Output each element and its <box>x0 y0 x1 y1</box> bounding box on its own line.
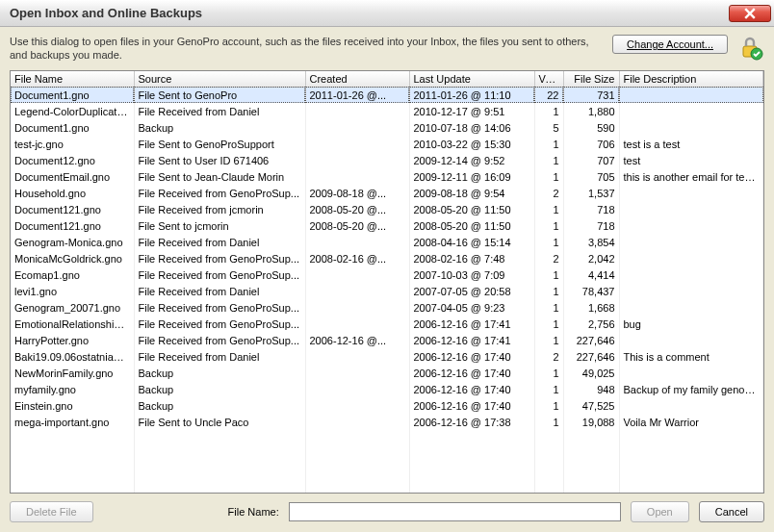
table-row[interactable]: myfamily.gnoBackup2006-12-16 @ 17:401948… <box>11 381 763 397</box>
cell-filename: Legend-ColorDuplicates.... <box>11 103 134 119</box>
cell-filename: Einstein.gno <box>11 397 134 414</box>
cell-created <box>305 463 409 479</box>
table-row[interactable]: MonicaMcGoldrick.gnoFile Received from G… <box>11 250 763 266</box>
cell-last-update <box>409 446 534 463</box>
cell-desc <box>619 479 763 494</box>
cell-size: 1,537 <box>563 185 619 201</box>
cell-filename: HarryPotter.gno <box>11 332 134 348</box>
cell-last-update: 2006-12-16 @ 17:41 <box>409 332 534 348</box>
cell-size: 1,880 <box>563 103 619 119</box>
cell-filename: myfamily.gno <box>11 381 134 397</box>
cell-source: File Sent to jcmorin <box>134 217 305 234</box>
cell-version: 1 <box>534 152 563 168</box>
cell-created: 2008-02-16 @... <box>305 250 409 266</box>
table-row[interactable]: Baki19.09.06ostatniaWe...File Received f… <box>11 348 763 365</box>
table-row[interactable]: NewMorinFamily.gnoBackup2006-12-16 @ 17:… <box>11 365 763 381</box>
col-file-size[interactable]: File Size <box>563 71 619 88</box>
cell-version: 1 <box>534 283 563 299</box>
change-account-button[interactable]: Change Account... <box>612 35 728 54</box>
cell-filename: MonicaMcGoldrick.gno <box>11 250 134 266</box>
table-row[interactable]: Document12.gnoFile Sent to User ID 67140… <box>11 152 763 168</box>
cell-size: 2,042 <box>563 250 619 266</box>
window-title: Open Inbox and Online Backups <box>10 6 202 20</box>
col-file-desc[interactable]: File Description <box>619 71 763 88</box>
table-row[interactable]: mega-important.gnoFile Sent to Uncle Pac… <box>11 414 763 430</box>
filename-input[interactable] <box>289 502 621 521</box>
table-row[interactable] <box>11 430 763 446</box>
cell-filename: Document121.gno <box>11 217 134 234</box>
open-button[interactable]: Open <box>631 501 689 522</box>
cell-last-update: 2007-10-03 @ 7:09 <box>409 266 534 283</box>
cell-created: 2009-08-18 @... <box>305 185 409 201</box>
col-filename[interactable]: File Name <box>11 71 134 88</box>
cell-filename <box>11 446 134 463</box>
table-row[interactable]: Legend-ColorDuplicates....File Received … <box>11 103 763 119</box>
cell-version: 1 <box>534 381 563 397</box>
cell-size <box>563 430 619 446</box>
table-header-row[interactable]: File Name Source Created Last Update Ver… <box>11 71 763 88</box>
cell-desc: test is a test <box>619 136 763 152</box>
table-row[interactable]: Document1.gnoFile Sent to GenoPro2011-01… <box>11 87 763 103</box>
instruction-text: Use this dialog to open files in your Ge… <box>10 35 603 63</box>
cell-created <box>305 266 409 283</box>
cell-size: 718 <box>563 217 619 234</box>
cell-desc <box>619 119 763 136</box>
cell-last-update: 2006-12-16 @ 17:41 <box>409 316 534 332</box>
cell-source: Backup <box>134 381 305 397</box>
lock-icon <box>737 35 764 62</box>
cell-last-update: 2008-02-16 @ 7:48 <box>409 250 534 266</box>
table-row[interactable]: Genogram_20071.gnoFile Received from Gen… <box>11 299 763 316</box>
cell-desc <box>619 299 763 316</box>
cell-source: Backup <box>134 119 305 136</box>
cell-filename <box>11 479 134 494</box>
table-row[interactable]: Einstein.gnoBackup2006-12-16 @ 17:40147,… <box>11 397 763 414</box>
cell-desc: test <box>619 152 763 168</box>
cell-size: 2,756 <box>563 316 619 332</box>
cell-created <box>305 365 409 381</box>
cell-filename: Document1.gno <box>11 119 134 136</box>
cell-desc <box>619 283 763 299</box>
table-row[interactable] <box>11 463 763 479</box>
cell-version: 1 <box>534 332 563 348</box>
table-row[interactable]: Document121.gnoFile Received from jcmori… <box>11 201 763 217</box>
table-row[interactable]: Household.gnoFile Received from GenoProS… <box>11 185 763 201</box>
col-version[interactable]: Ver... <box>534 71 563 88</box>
cell-version: 1 <box>534 397 563 414</box>
bottom-bar: Delete File File Name: Open Cancel <box>0 494 774 530</box>
cancel-button[interactable]: Cancel <box>699 501 764 522</box>
table-row[interactable]: EmotionalRelationship.gnoFile Received f… <box>11 316 763 332</box>
cell-source: File Received from GenoProSup... <box>134 316 305 332</box>
file-table[interactable]: File Name Source Created Last Update Ver… <box>10 70 764 494</box>
table-row[interactable]: Document1.gnoBackup2010-07-18 @ 14:06559… <box>11 119 763 136</box>
table-row[interactable]: HarryPotter.gnoFile Received from GenoPr… <box>11 332 763 348</box>
table-row[interactable] <box>11 446 763 463</box>
col-created[interactable]: Created <box>305 71 409 88</box>
table-row[interactable]: Ecomap1.gnoFile Received from GenoProSup… <box>11 266 763 283</box>
cell-created: 2008-05-20 @... <box>305 217 409 234</box>
table-row[interactable]: DocumentEmail.gnoFile Sent to Jean-Claud… <box>11 168 763 185</box>
col-source[interactable]: Source <box>134 71 305 88</box>
table-row[interactable]: levi1.gnoFile Received from Daniel2007-0… <box>11 283 763 299</box>
cell-filename: Ecomap1.gno <box>11 266 134 283</box>
cell-created <box>305 299 409 316</box>
cell-last-update: 2008-05-20 @ 11:50 <box>409 217 534 234</box>
delete-file-button[interactable]: Delete File <box>10 501 93 522</box>
table-row[interactable]: Genogram-Monica.gnoFile Received from Da… <box>11 234 763 250</box>
cell-last-update: 2006-12-16 @ 17:38 <box>409 414 534 430</box>
cell-version: 1 <box>534 103 563 119</box>
table-row[interactable]: Document121.gnoFile Sent to jcmorin2008-… <box>11 217 763 234</box>
cell-last-update: 2006-12-16 @ 17:40 <box>409 348 534 365</box>
cell-last-update: 2009-08-18 @ 9:54 <box>409 185 534 201</box>
table-row[interactable]: test-jc.gnoFile Sent to GenoProSupport20… <box>11 136 763 152</box>
cell-created: 2006-12-16 @... <box>305 332 409 348</box>
cell-desc <box>619 87 763 103</box>
close-button[interactable] <box>729 5 771 22</box>
cell-filename: test-jc.gno <box>11 136 134 152</box>
table-row[interactable] <box>11 479 763 494</box>
cell-version: 1 <box>534 299 563 316</box>
cell-filename: levi1.gno <box>11 283 134 299</box>
col-last-update[interactable]: Last Update <box>409 71 534 88</box>
cell-desc: this is another email for testing <box>619 168 763 185</box>
cell-filename: Baki19.09.06ostatniaWe... <box>11 348 134 365</box>
cell-size <box>563 446 619 463</box>
